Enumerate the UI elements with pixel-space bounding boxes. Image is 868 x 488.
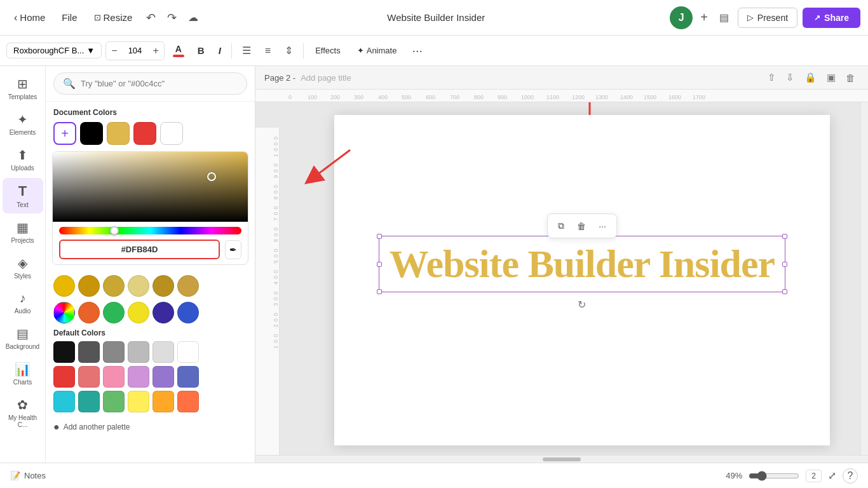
- resize-handle-br[interactable]: [782, 289, 787, 294]
- color-swatch-gold-6[interactable]: [177, 275, 199, 297]
- horizontal-scrollbar[interactable]: [255, 455, 868, 463]
- sidebar-item-myhealth[interactable]: ✿ My Health C...: [3, 392, 43, 433]
- canvas-text[interactable]: Website Builder Insider: [390, 241, 775, 287]
- search-input[interactable]: [81, 79, 238, 88]
- help-button[interactable]: ?: [843, 468, 858, 484]
- default-swatch[interactable]: [153, 391, 174, 412]
- default-swatch[interactable]: [153, 366, 174, 388]
- gradient-canvas[interactable]: [53, 152, 248, 222]
- home-button[interactable]: ‹ Home: [8, 8, 51, 27]
- font-size-increase-button[interactable]: +: [148, 42, 164, 60]
- default-swatch[interactable]: [177, 341, 199, 363]
- add-palette-row[interactable]: ● Add another palette: [46, 416, 255, 438]
- delete-element-button[interactable]: 🗑: [573, 219, 590, 234]
- resize-handle-ml[interactable]: [377, 262, 382, 267]
- default-swatch[interactable]: [128, 366, 149, 388]
- default-swatch[interactable]: [78, 391, 100, 412]
- effects-button[interactable]: Effects: [309, 43, 347, 58]
- hue-slider[interactable]: [59, 227, 241, 234]
- sidebar-item-templates[interactable]: ⊞ Templates: [3, 71, 43, 105]
- page-down-button[interactable]: ⇩: [782, 70, 798, 85]
- right-scrollbar[interactable]: [860, 102, 868, 455]
- sidebar-item-elements[interactable]: ✦ Elements: [3, 107, 43, 141]
- resize-handle-tr[interactable]: [782, 234, 787, 239]
- default-swatch[interactable]: [78, 366, 100, 388]
- color-swatch-gold-2[interactable]: [78, 275, 100, 297]
- color-swatch[interactable]: [160, 122, 183, 145]
- lock-button[interactable]: 🔒: [801, 70, 820, 85]
- sidebar-item-projects[interactable]: ▦ Projects: [3, 215, 43, 249]
- sidebar-item-charts[interactable]: 📊 Charts: [3, 356, 43, 391]
- redo-button[interactable]: ↷: [163, 7, 180, 29]
- sidebar-item-text[interactable]: T Text: [3, 178, 43, 214]
- add-color-button[interactable]: +: [53, 122, 76, 145]
- animate-button[interactable]: ✦ Animate: [351, 43, 403, 58]
- default-swatch[interactable]: [103, 391, 125, 412]
- text-element[interactable]: Website Builder Insider ↻: [347, 236, 817, 292]
- default-swatch[interactable]: [177, 391, 199, 412]
- spacing-button[interactable]: ⇕: [280, 41, 298, 60]
- canvas-scroll[interactable]: ⧉ 🗑 ··· Website Builder: [280, 102, 860, 455]
- list-button[interactable]: ≡: [260, 42, 276, 60]
- rotate-handle[interactable]: ↻: [578, 299, 586, 311]
- hex-input[interactable]: #DFB84D: [59, 240, 220, 259]
- sidebar-item-styles[interactable]: ◈ Styles: [3, 250, 43, 285]
- present-button[interactable]: ▷ Present: [738, 8, 797, 28]
- sidebar-item-background[interactable]: ▤ Background: [3, 321, 43, 355]
- color-swatch-green[interactable]: [103, 302, 125, 323]
- default-swatch[interactable]: [53, 391, 75, 412]
- color-swatch-orange[interactable]: [78, 302, 100, 323]
- color-swatch[interactable]: [133, 122, 156, 145]
- analytics-button[interactable]: ▤: [715, 8, 733, 27]
- resize-handle-bl[interactable]: [377, 289, 382, 294]
- add-collaborator-button[interactable]: +: [698, 8, 710, 27]
- hue-thumb[interactable]: [110, 226, 119, 235]
- resize-button[interactable]: ⊡ Resize: [88, 8, 139, 27]
- sidebar-item-uploads[interactable]: ⬆ Uploads: [3, 142, 43, 177]
- duplicate-button[interactable]: ⧉: [554, 218, 568, 234]
- default-swatch[interactable]: [128, 391, 149, 412]
- scroll-thumb[interactable]: [543, 458, 581, 461]
- delete-button[interactable]: 🗑: [842, 70, 859, 85]
- resize-handle-mr[interactable]: [782, 262, 787, 267]
- gradient-thumb[interactable]: [207, 172, 216, 181]
- zoom-slider[interactable]: [749, 471, 799, 481]
- default-swatch[interactable]: [177, 366, 199, 388]
- page-title-input[interactable]: Add page title: [301, 73, 351, 83]
- bold-button[interactable]: B: [193, 42, 210, 59]
- file-button[interactable]: File: [55, 8, 83, 27]
- default-swatch[interactable]: [103, 341, 125, 363]
- font-size-input[interactable]: 104: [123, 43, 148, 58]
- font-size-decrease-button[interactable]: −: [106, 42, 122, 60]
- default-swatch[interactable]: [153, 341, 174, 363]
- search-box[interactable]: 🔍: [53, 72, 247, 95]
- default-swatch[interactable]: [78, 341, 100, 363]
- color-swatch-gold-5[interactable]: [153, 275, 174, 297]
- color-swatch[interactable]: [80, 122, 103, 145]
- share-button[interactable]: ↗ Share: [803, 8, 860, 28]
- more-element-button[interactable]: ···: [595, 219, 610, 234]
- copy-button[interactable]: ▣: [823, 70, 839, 85]
- default-swatch[interactable]: [53, 366, 75, 388]
- fullscreen-button[interactable]: ⤢: [828, 470, 836, 482]
- default-swatch[interactable]: [103, 366, 125, 388]
- rainbow-swatch[interactable]: [53, 302, 75, 323]
- sidebar-item-audio[interactable]: ♪ Audio: [3, 286, 43, 320]
- color-swatch-gold-4[interactable]: [128, 275, 149, 297]
- default-swatch[interactable]: [53, 341, 75, 363]
- undo-button[interactable]: ↶: [142, 7, 159, 29]
- align-button[interactable]: ☰: [237, 41, 256, 60]
- page-up-button[interactable]: ⇧: [764, 70, 780, 85]
- color-swatch-gold-3[interactable]: [103, 275, 125, 297]
- notes-button[interactable]: 📝 Notes: [10, 471, 46, 480]
- color-swatch[interactable]: [107, 122, 130, 145]
- color-swatch-blue[interactable]: [177, 302, 199, 323]
- eyedropper-button[interactable]: ✒: [225, 240, 241, 259]
- font-selector[interactable]: RoxboroughCF B... ▼: [6, 43, 102, 58]
- color-swatch-yellow[interactable]: [128, 302, 149, 323]
- cloud-save-button[interactable]: ☁: [184, 8, 202, 27]
- color-swatch-gold-1[interactable]: [53, 275, 75, 297]
- italic-button[interactable]: I: [214, 42, 226, 59]
- resize-handle-tl[interactable]: [377, 234, 382, 239]
- color-swatch-purple[interactable]: [153, 302, 174, 323]
